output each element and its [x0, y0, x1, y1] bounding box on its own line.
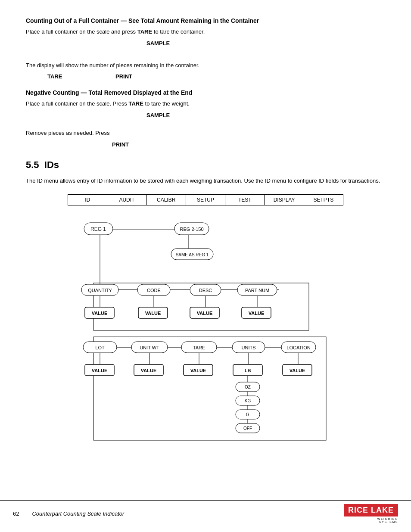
svg-text:QUANTITY: QUANTITY: [88, 288, 112, 293]
svg-text:VALUE: VALUE: [249, 311, 264, 316]
keyword-tare-3: TARE: [128, 100, 143, 107]
svg-text:VALUE: VALUE: [92, 311, 107, 316]
menu-item-test: TEST: [225, 195, 265, 205]
keyword-tare-2: TARE: [47, 73, 62, 80]
svg-text:VALUE: VALUE: [197, 311, 212, 316]
svg-text:REG 2-150: REG 2-150: [180, 227, 203, 232]
logo-sub: WEIGHINGSYSTEMS: [377, 517, 398, 523]
menu-item-setup: SETUP: [186, 195, 225, 205]
menu-bar: ID AUDIT CALIBR SETUP TEST DISPLAY SETPT…: [68, 194, 343, 205]
svg-text:VALUE: VALUE: [141, 368, 156, 373]
menu-item-display: DISPLAY: [265, 195, 304, 205]
section-negative-counting: Negative Counting — Total Removed Displa…: [26, 89, 385, 149]
svg-text:OZ: OZ: [245, 385, 251, 389]
para-counting-body: The display will show the number of piec…: [26, 61, 385, 70]
menu-item-id: ID: [68, 195, 107, 205]
svg-text:LOCATION: LOCATION: [286, 345, 310, 350]
page-footer: 62 Counterpart Counting Scale Indicator …: [0, 500, 411, 523]
menu-item-audit: AUDIT: [107, 195, 146, 205]
footer-page-number: 62: [13, 510, 19, 517]
svg-text:VALUE: VALUE: [190, 368, 206, 373]
svg-text:VALUE: VALUE: [290, 368, 305, 373]
keyword-print-2: PRINT: [112, 141, 129, 148]
para-sample-intro: SAMPLE: [146, 39, 385, 48]
svg-text:TARE: TARE: [193, 345, 206, 350]
svg-text:REG 1: REG 1: [90, 226, 106, 232]
page-content: Counting Out of a Full Container — See T…: [26, 17, 385, 448]
footer-title: Counterpart Counting Scale Indicator: [32, 510, 124, 517]
keyword-sample-1: SAMPLE: [146, 40, 170, 47]
svg-text:UNIT WT: UNIT WT: [140, 345, 159, 350]
para-tare2-line: TARE PRINT: [26, 72, 385, 81]
tree-diagram-svg: REG 1 REG 2-150 SAME AS REG 1 QUANTITY C…: [68, 205, 343, 447]
svg-text:OFF: OFF: [243, 426, 252, 431]
menu-item-calibr: CALIBR: [147, 195, 186, 205]
keyword-print-1: PRINT: [115, 73, 132, 80]
svg-text:CODE: CODE: [147, 288, 161, 293]
para-neg-print: PRINT: [112, 140, 385, 149]
svg-text:LB: LB: [245, 368, 251, 373]
svg-text:UNITS: UNITS: [242, 345, 256, 350]
svg-text:DESC: DESC: [199, 288, 212, 293]
ids-description: The ID menu allows entry of ID informati…: [26, 177, 385, 186]
svg-text:LOT: LOT: [95, 345, 105, 350]
keyword-tare-1: TARE: [137, 28, 152, 35]
svg-text:VALUE: VALUE: [145, 311, 161, 316]
keyword-sample-2: SAMPLE: [146, 112, 170, 118]
para-tare-intro: Place a full container on the scale and …: [26, 28, 385, 37]
section-counting-out: Counting Out of a Full Container — See T…: [26, 17, 385, 81]
svg-text:PART NUM: PART NUM: [245, 288, 269, 293]
diagram-area: ID AUDIT CALIBR SETUP TEST DISPLAY SETPT…: [68, 194, 343, 448]
section-heading-counting-out: Counting Out of a Full Container — See T…: [26, 17, 385, 24]
svg-text:VALUE: VALUE: [92, 368, 107, 373]
svg-text:SAME AS REG 1: SAME AS REG 1: [176, 252, 209, 257]
ids-section-heading: 5.5 IDs: [26, 159, 385, 171]
para-neg-remove: Remove pieces as needed. Press: [26, 129, 385, 138]
svg-text:KG: KG: [245, 398, 251, 403]
section-heading-negative: Negative Counting — Total Removed Displa…: [26, 89, 385, 96]
para-neg-sample: SAMPLE: [146, 111, 385, 120]
menu-item-setpts: SETPTS: [304, 195, 343, 205]
svg-text:G: G: [246, 412, 249, 417]
diagram-wrapper: ID AUDIT CALIBR SETUP TEST DISPLAY SETPT…: [26, 194, 385, 448]
footer-logo: RICE LAKE WEIGHINGSYSTEMS: [344, 504, 398, 523]
logo-text: RICE LAKE: [344, 504, 398, 516]
para-neg-body: Place a full container on the scale. Pre…: [26, 100, 385, 109]
